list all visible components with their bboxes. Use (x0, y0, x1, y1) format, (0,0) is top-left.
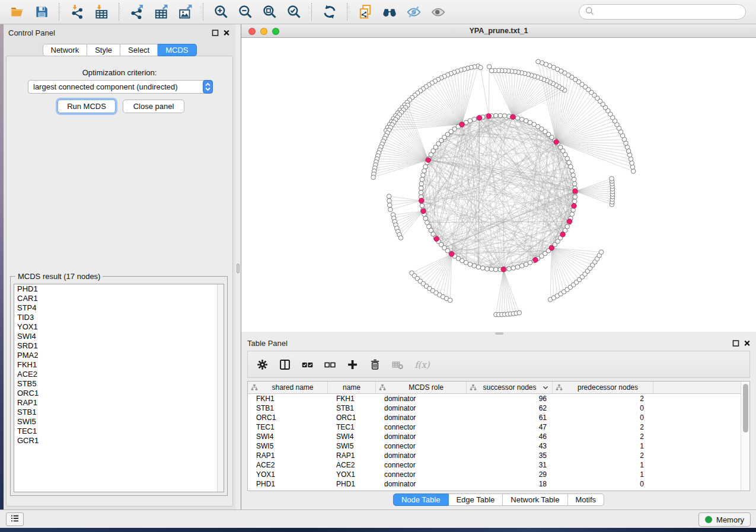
graph-node[interactable] (449, 252, 454, 257)
graph-node[interactable] (387, 198, 392, 203)
graph-node[interactable] (610, 177, 614, 181)
graph-node[interactable] (498, 113, 503, 118)
graph-node[interactable] (489, 69, 494, 73)
refresh-icon[interactable] (321, 4, 337, 20)
table-tab-motifs[interactable]: Motifs (567, 493, 604, 506)
graph-node[interactable] (387, 194, 391, 199)
graph-node[interactable] (570, 212, 575, 217)
graph-node[interactable] (511, 114, 515, 119)
network-canvas[interactable] (241, 38, 756, 332)
table-cell[interactable]: 96 (467, 394, 553, 403)
deselect-all-icon[interactable] (324, 358, 336, 371)
graph-node[interactable] (572, 177, 576, 182)
open-file-icon[interactable] (9, 4, 25, 20)
table-row[interactable]: TEC1TEC1connector472 (248, 422, 741, 432)
graph-node[interactable] (502, 114, 507, 118)
mcds-result-item[interactable]: ACE2 (14, 370, 224, 379)
table-cell[interactable]: FKH1 (328, 394, 376, 403)
graph-node[interactable] (567, 219, 572, 224)
graph-node[interactable] (426, 158, 430, 162)
table-cell[interactable]: connector (376, 460, 467, 470)
table-cell[interactable]: FKH1 (248, 394, 328, 403)
table-cell[interactable]: 35 (467, 451, 553, 460)
mcds-result-item[interactable]: YOX1 (14, 322, 224, 332)
graph-node[interactable] (507, 267, 512, 271)
table-cell[interactable]: SWI5 (328, 441, 376, 451)
graph-node[interactable] (388, 207, 393, 212)
export-image-icon[interactable] (177, 4, 193, 20)
export-network-icon[interactable] (129, 4, 145, 20)
table-cell[interactable]: 29 (467, 470, 553, 479)
table-cell[interactable]: 2 (553, 422, 653, 432)
graph-node[interactable] (571, 173, 576, 178)
graph-node[interactable] (371, 175, 376, 180)
graph-node[interactable] (448, 298, 452, 303)
graph-node[interactable] (549, 245, 554, 250)
mcds-result-item[interactable]: CAR1 (14, 294, 224, 303)
graph-node[interactable] (485, 267, 490, 271)
graph-node[interactable] (630, 165, 635, 169)
show-panels-button[interactable] (6, 512, 24, 526)
column-header-successor-nodes[interactable]: successor nodes (467, 382, 553, 393)
select-all-icon[interactable] (301, 358, 314, 371)
graph-node[interactable] (387, 203, 392, 208)
graph-node[interactable] (419, 181, 424, 186)
table-cell[interactable]: dominator (376, 451, 467, 460)
copy-network-icon[interactable] (357, 4, 373, 20)
graph-node[interactable] (494, 113, 499, 118)
graph-node[interactable] (573, 189, 578, 194)
table-cell[interactable]: dominator (376, 403, 467, 413)
table-cell[interactable]: connector (376, 470, 467, 479)
mcds-result-item[interactable]: SRD1 (14, 341, 224, 351)
network-graph[interactable] (241, 38, 756, 332)
graph-node[interactable] (420, 203, 425, 208)
table-cell[interactable]: 18 (467, 479, 553, 489)
table-cell[interactable]: 1 (553, 441, 653, 451)
mcds-result-item[interactable]: GCR1 (14, 436, 224, 446)
splitter-grip[interactable] (237, 264, 240, 273)
mcds-result-item[interactable]: SWI4 (14, 332, 224, 341)
column-view-icon[interactable] (279, 358, 291, 371)
table-cell[interactable]: SWI5 (248, 441, 328, 451)
table-row[interactable]: ORC1ORC1dominator610 (248, 413, 741, 422)
graph-node[interactable] (398, 236, 403, 241)
table-row[interactable]: SWI5SWI5connector431 (248, 441, 741, 451)
graph-node[interactable] (501, 267, 506, 272)
graph-node[interactable] (476, 265, 481, 270)
mcds-result-item[interactable]: RAP1 (14, 398, 224, 408)
hide-selected-icon[interactable] (406, 4, 422, 20)
graph-node[interactable] (533, 258, 538, 262)
table-cell[interactable]: 43 (467, 441, 553, 451)
table-row[interactable]: FKH1FKH1dominator962 (248, 394, 741, 403)
run-mcds-button[interactable]: Run MCDS (58, 100, 116, 113)
graph-node[interactable] (511, 266, 516, 271)
mcds-result-item[interactable]: PHD1 (14, 284, 224, 294)
table-cell[interactable]: connector (376, 422, 467, 432)
graph-node[interactable] (572, 199, 577, 204)
table-cell[interactable]: 47 (467, 422, 553, 432)
graph-node[interactable] (572, 181, 577, 186)
tab-select[interactable]: Select (120, 44, 158, 56)
graph-node[interactable] (420, 177, 425, 182)
table-cell[interactable]: dominator (376, 413, 467, 422)
vertical-splitter[interactable] (235, 24, 241, 509)
tab-network[interactable]: Network (42, 44, 87, 56)
save-icon[interactable] (33, 4, 49, 20)
table-cell[interactable]: STB1 (328, 403, 376, 413)
table-cell[interactable]: PHD1 (328, 479, 376, 489)
scrollbar-thumb[interactable] (743, 384, 748, 432)
table-cell[interactable]: ORC1 (248, 413, 328, 422)
table-cell[interactable]: 61 (467, 413, 553, 422)
mcds-result-item[interactable]: SWI5 (14, 417, 224, 427)
table-cell[interactable]: RAP1 (248, 451, 328, 460)
table-cell[interactable]: 46 (467, 432, 553, 441)
float-icon[interactable] (211, 28, 219, 37)
table-row[interactable]: STB1STB1dominator620 (248, 403, 741, 413)
graph-node[interactable] (489, 267, 494, 272)
table-cell[interactable]: dominator (376, 394, 467, 403)
table-cell[interactable]: RAP1 (328, 451, 376, 460)
table-row[interactable]: SWI4SWI4dominator462 (248, 432, 741, 441)
zoom-selected-icon[interactable] (286, 4, 302, 20)
graph-node[interactable] (421, 209, 426, 213)
table-cell[interactable]: ACE2 (328, 460, 376, 470)
